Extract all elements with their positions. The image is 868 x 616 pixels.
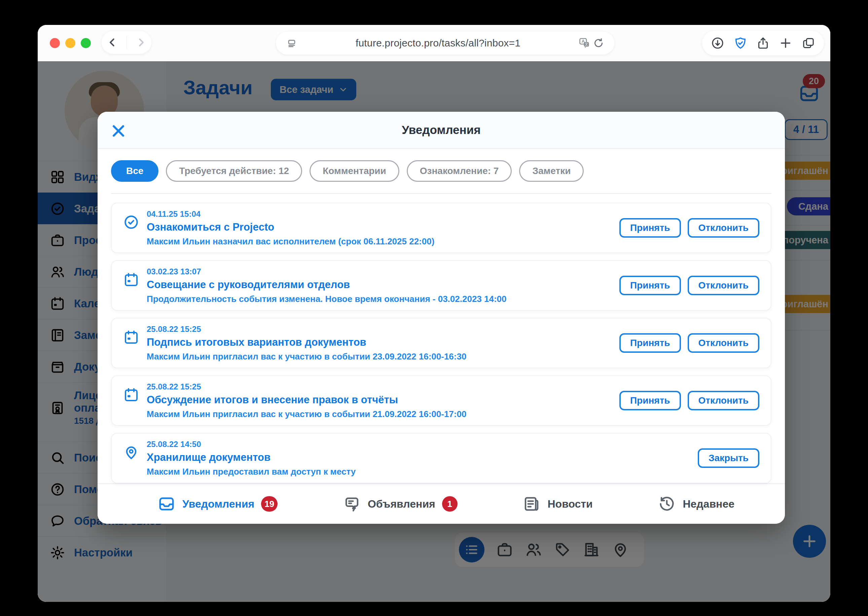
filter-chip-ознакомление[interactable]: Ознакомление: 7 [407,160,512,182]
tab-label: Недавнее [683,498,735,510]
tab-overview-icon[interactable] [801,36,816,50]
zoom-window-button[interactable] [81,38,91,48]
translate-icon[interactable]: A文 [577,36,591,50]
decline-button[interactable]: Отклонить [688,391,759,410]
notification-text: Продолжительность события изменена. Ново… [147,294,613,304]
traffic-lights [50,38,91,48]
accept-button[interactable]: Принять [619,333,681,353]
modal-header: Уведомления [97,112,785,149]
notification-actions: ПринятьОтклонить [619,333,759,353]
check-circle-icon [123,214,139,230]
notifications-modal: Уведомления ВсеТребуется действие: 12Ком… [97,112,785,524]
calendar-icon [123,387,139,403]
back-icon[interactable] [105,35,119,49]
notification-text: Максим Ильин назначил вас исполнителем (… [147,236,613,247]
notification-body: 25.08.22 15:25Подпись итоговых вариантов… [147,324,613,362]
calendar-icon [123,272,139,288]
tab-label: Новости [547,498,592,510]
forward-icon[interactable] [134,35,148,49]
minimize-window-button[interactable] [65,38,75,48]
share-icon[interactable] [756,36,770,50]
notification-date: 25.08.22 15:25 [147,324,613,334]
announcement-icon [343,495,361,513]
notification-title: Ознакомиться с Projecto [147,221,613,233]
notification-actions: ПринятьОтклонить [619,276,759,295]
privacy-shield-icon[interactable] [733,36,747,50]
browser-window: future.projecto.pro/tasks/all?inbox=1 A文 [38,25,830,602]
calendar-icon [123,329,139,346]
notification-list: 04.11.25 15:04Ознакомиться с ProjectoМак… [97,194,785,483]
news-icon [522,495,541,513]
url-text[interactable]: future.projecto.pro/tasks/all?inbox=1 [299,38,577,49]
decline-button[interactable]: Отклонить [688,333,759,353]
notification-text: Максим Ильин пригласил вас к участию в с… [147,409,613,420]
notification-body: 04.11.25 15:04Ознакомиться с ProjectoМак… [147,209,613,247]
location-icon [123,444,139,460]
notification-date: 25.08.22 14:50 [147,440,691,449]
tab-count-badge: 19 [261,496,277,512]
new-tab-icon[interactable] [779,36,793,50]
filter-chip-требуется-действие[interactable]: Требуется действие: 12 [166,160,302,182]
notification-card[interactable]: 25.08.22 14:50Хранилище документовМаксим… [111,433,771,483]
notification-body: 03.02.23 13:07Совещание с руководителями… [147,267,613,304]
filter-chip-комментарии[interactable]: Комментарии [310,160,400,182]
browser-actions [702,31,824,55]
notification-title: Хранилище документов [147,451,691,464]
page-format-icon[interactable] [285,36,299,50]
tab-недавнее[interactable]: Недавнее [658,495,735,513]
modal-title: Уведомления [402,123,480,137]
notification-text: Максим Ильин предоставил вам доступ к ме… [147,467,691,477]
notification-card[interactable]: 03.02.23 13:07Совещание с руководителями… [111,260,771,311]
tab-count-badge: 1 [442,496,458,512]
tab-label: Объявления [368,498,436,510]
notification-date: 03.02.23 13:07 [147,267,613,277]
close-window-button[interactable] [50,38,60,48]
notification-title: Подпись итоговых вариантов документов [147,336,613,348]
nav-divider [127,36,127,49]
nav-buttons [102,31,151,54]
filter-chip-все[interactable]: Все [111,160,158,182]
downloads-icon[interactable] [711,36,725,50]
notification-actions: ПринятьОтклонить [619,391,759,410]
decline-button[interactable]: Отклонить [688,218,759,238]
notification-card[interactable]: 04.11.25 15:04Ознакомиться с ProjectoМак… [111,203,771,253]
filter-chips: ВсеТребуется действие: 12КомментарииОзна… [97,149,785,182]
notification-date: 04.11.25 15:04 [147,209,613,219]
reload-icon[interactable] [591,36,606,50]
tab-объявления[interactable]: Объявления1 [343,495,458,513]
browser-chrome: future.projecto.pro/tasks/all?inbox=1 A文 [38,25,830,61]
tab-уведомления[interactable]: Уведомления19 [157,495,277,513]
tab-label: Уведомления [182,498,254,510]
close-icon[interactable] [110,123,127,139]
notification-card[interactable]: 25.08.22 15:25Обсуждение итогов и внесен… [111,375,771,426]
svg-text:文: 文 [585,42,588,46]
modal-tab-bar: Уведомления19Объявления1НовостиНедавнее [97,483,785,524]
accept-button[interactable]: Принять [619,391,681,410]
close-button[interactable]: Закрыть [698,448,759,468]
decline-button[interactable]: Отклонить [688,276,759,295]
notification-date: 25.08.22 15:25 [147,382,613,391]
filter-chip-заметки[interactable]: Заметки [519,160,584,182]
notification-card[interactable]: 25.08.22 15:25Подпись итоговых вариантов… [111,318,771,368]
notification-text: Максим Ильин пригласил вас к участию в с… [147,351,613,362]
accept-button[interactable]: Принять [619,218,681,238]
recent-icon [658,495,676,513]
notification-title: Совещание с руководителями отделов [147,279,613,291]
notification-body: 25.08.22 15:25Обсуждение итогов и внесен… [147,382,613,420]
address-bar[interactable]: future.projecto.pro/tasks/all?inbox=1 A文 [276,31,614,55]
notification-body: 25.08.22 14:50Хранилище документовМаксим… [147,440,691,477]
notification-actions: ПринятьОтклонить [619,218,759,238]
notification-actions: Закрыть [698,448,759,468]
notification-title: Обсуждение итогов и внесение правок в от… [147,394,613,406]
accept-button[interactable]: Принять [619,276,681,295]
inbox-icon [157,495,175,513]
tab-новости[interactable]: Новости [522,495,592,513]
